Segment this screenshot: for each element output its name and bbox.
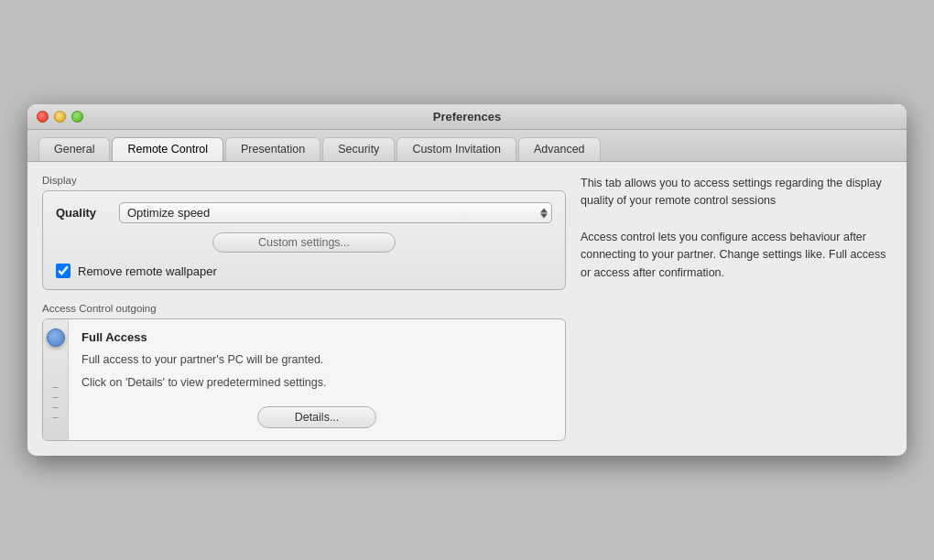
tab-advanced[interactable]: Advanced (518, 137, 601, 161)
slider-thumb[interactable] (47, 328, 65, 347)
details-button[interactable]: Details... (257, 406, 376, 428)
slider-track: – – – – (43, 319, 69, 440)
minimize-button[interactable] (54, 111, 66, 123)
left-panel: Display Quality Optimize speed Optimize … (42, 175, 566, 441)
access-desc2: Click on 'Details' to view predetermined… (81, 374, 552, 392)
display-panel: Quality Optimize speed Optimize quality … (42, 190, 566, 290)
wallpaper-checkbox-row: Remove remote wallpaper (56, 264, 552, 278)
quality-select[interactable]: Optimize speed Optimize quality Custom (119, 202, 552, 223)
tab-custom-invitation[interactable]: Custom Invitation (396, 137, 516, 161)
quality-row: Quality Optimize speed Optimize quality … (56, 202, 552, 223)
display-section-label: Display (42, 175, 566, 186)
access-section-label: Access Control outgoing (42, 303, 566, 314)
quality-select-wrapper: Optimize speed Optimize quality Custom (119, 202, 552, 223)
tab-presentation[interactable]: Presentation (225, 137, 320, 161)
display-info-text: This tab allows you to access settings r… (581, 175, 892, 210)
access-title: Full Access (81, 330, 552, 344)
preferences-window: Preferences General Remote Control Prese… (27, 104, 907, 456)
tabs-bar: General Remote Control Presentation Secu… (27, 130, 907, 162)
access-content: Full Access Full access to your partner'… (69, 319, 565, 440)
window-title: Preferences (433, 110, 501, 124)
custom-settings-button[interactable]: Custom settings... (212, 232, 396, 253)
access-info-text: Access control lets you configure access… (581, 229, 892, 282)
slider-ticks: – – – – (52, 354, 58, 431)
slider-tick-4: – (52, 412, 58, 422)
tab-general[interactable]: General (38, 137, 110, 161)
quality-label: Quality (56, 206, 106, 220)
traffic-lights (37, 111, 83, 123)
tab-security[interactable]: Security (322, 137, 395, 161)
access-desc1: Full access to your partner's PC will be… (81, 351, 552, 369)
wallpaper-checkbox-wrapper[interactable] (56, 264, 71, 278)
access-panel: – – – – Full Access Full access to your … (42, 318, 566, 441)
access-control-section: Access Control outgoing – – – – (42, 303, 566, 441)
maximize-button[interactable] (71, 111, 83, 123)
titlebar: Preferences (27, 104, 907, 130)
tab-remote-control[interactable]: Remote Control (112, 137, 223, 161)
content-area: Display Quality Optimize speed Optimize … (27, 162, 907, 456)
wallpaper-label: Remove remote wallpaper (78, 264, 217, 278)
wallpaper-checkbox[interactable] (56, 264, 71, 278)
right-panel: This tab allows you to access settings r… (581, 175, 892, 441)
close-button[interactable] (37, 111, 49, 123)
